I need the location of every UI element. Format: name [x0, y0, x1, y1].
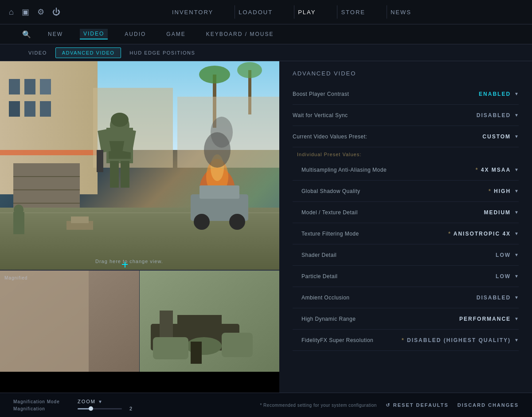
tab-audio[interactable]: AUDIO	[121, 29, 149, 39]
tf-star: *	[448, 231, 454, 237]
svg-text:Drag here to change view.: Drag here to change view.	[95, 259, 163, 264]
setting-ambient-occlusion: Ambient Occlusion DISABLED ▼	[293, 287, 519, 308]
svg-rect-47	[0, 271, 89, 372]
msaa-dropdown[interactable]: * 4X MSAA ▼	[476, 167, 519, 173]
nav-news[interactable]: NEWS	[387, 5, 415, 19]
discard-changes-button[interactable]: DISCARD CHANGES	[458, 402, 519, 408]
texture-filtering-dropdown[interactable]: * ANISOTROPIC 4X ▼	[448, 231, 519, 237]
mag-label: Magnification	[13, 406, 71, 411]
svg-rect-10	[24, 101, 35, 117]
svg-rect-27	[200, 185, 239, 199]
tab-keyboard-mouse[interactable]: KEYBOARD / MOUSE	[203, 29, 278, 39]
shadow-quality-label: Global Shadow Quality	[301, 188, 360, 194]
reset-defaults-button[interactable]: ↺ RESET DEFAULTS	[386, 402, 449, 408]
svg-point-29	[229, 214, 245, 230]
subtab-hud-edge[interactable]: HUD EDGE POSITIONS	[123, 48, 201, 58]
nav-inventory[interactable]: INVENTORY	[168, 5, 217, 19]
particle-detail-arrow: ▼	[514, 274, 519, 279]
shader-detail-dropdown[interactable]: LOW ▼	[496, 252, 519, 258]
monitor-icon[interactable]: ▣	[22, 7, 29, 17]
ambient-occlusion-dropdown[interactable]: DISABLED ▼	[477, 295, 519, 301]
nav-play[interactable]: PLAY	[294, 5, 319, 19]
particle-detail-label: Particle Detail	[301, 273, 338, 279]
setting-shader-detail: Shader Detail LOW ▼	[293, 244, 519, 266]
subtab-video[interactable]: VIDEO	[22, 48, 53, 58]
mag-mode-value: ZOOM	[78, 399, 96, 404]
mag-mode-select[interactable]: ZOOM ▼	[78, 399, 102, 404]
svg-rect-11	[40, 101, 51, 117]
svg-rect-57	[222, 333, 253, 357]
fsr-dropdown[interactable]: * DISABLED (HIGHEST QUALITY) ▼	[402, 337, 519, 343]
video-preset-label: Current Video Values Preset:	[293, 134, 367, 140]
setting-vsync: Wait for Vertical Sync DISABLED ▼	[293, 105, 519, 126]
texture-detail-value: MEDIUM	[484, 209, 511, 216]
video-preset-dropdown[interactable]: CUSTOM ▼	[482, 134, 519, 140]
magnification-section: Magnification Mode ZOOM ▼ Magnification …	[13, 399, 135, 411]
shadow-quality-dropdown[interactable]: * HIGH ▼	[489, 188, 519, 194]
tab-game[interactable]: GAME	[163, 29, 189, 39]
mag-slider-container: 2	[78, 406, 135, 411]
video-preset-value: CUSTOM	[482, 134, 511, 140]
svg-rect-38	[13, 212, 24, 234]
svg-rect-37	[121, 161, 129, 188]
main-content: Drag here to change view.	[0, 61, 532, 393]
nav-loadout[interactable]: LOADOUT	[235, 5, 276, 19]
mag-slider-track[interactable]	[78, 408, 122, 409]
preset-values-label: Individual Preset Values:	[293, 147, 519, 159]
section-title: Advanced Video	[293, 70, 519, 77]
svg-point-39	[14, 205, 23, 215]
texture-detail-dropdown[interactable]: MEDIUM ▼	[484, 209, 519, 216]
top-navigation: ⌂ ▣ ⚙ ⏻ INVENTORY LOADOUT PLAY STORE NEW…	[0, 0, 532, 24]
subtab-advanced-video[interactable]: ADVANCED VIDEO	[55, 47, 121, 58]
setting-texture-detail: Model / Texture Detail MEDIUM ▼	[293, 202, 519, 223]
boost-contrast-arrow: ▼	[514, 91, 519, 96]
svg-rect-40	[97, 150, 103, 172]
shader-detail-arrow: ▼	[514, 252, 519, 257]
fsr-label: FidelityFX Super Resolution	[301, 337, 373, 343]
power-icon[interactable]: ⏻	[52, 8, 60, 17]
svg-rect-36	[110, 161, 119, 188]
setting-hdr: High Dynamic Range PERFORMANCE ▼	[293, 308, 519, 330]
tab-new[interactable]: NEW	[44, 29, 66, 39]
shadow-quality-value: * HIGH	[489, 188, 511, 194]
hdr-arrow: ▼	[514, 316, 519, 321]
texture-detail-label: Model / Texture Detail	[301, 209, 358, 216]
setting-msaa: Multisampling Anti-Aliasing Mode * 4X MS…	[293, 159, 519, 181]
boost-contrast-value: ENABLED	[479, 91, 511, 97]
bottom-bar: Magnification Mode ZOOM ▼ Magnification …	[0, 393, 532, 417]
tab-video[interactable]: VIDEO	[80, 29, 108, 39]
nav-store[interactable]: STORE	[337, 5, 369, 19]
svg-rect-6	[9, 79, 20, 94]
particle-detail-dropdown[interactable]: LOW ▼	[496, 273, 519, 279]
particle-detail-value: LOW	[496, 273, 511, 279]
mag-slider-thumb[interactable]	[89, 406, 93, 411]
svg-text:Magnified: Magnified	[4, 275, 27, 280]
search-icon[interactable]: 🔍	[22, 30, 31, 39]
svg-rect-7	[24, 79, 35, 94]
bottom-right: * Recommended setting for your system co…	[260, 402, 519, 408]
shadow-quality-arrow: ▼	[514, 189, 519, 193]
preview-bottom[interactable]: Magnified	[0, 270, 279, 372]
msaa-label: Multisampling Anti-Aliasing Mode	[301, 167, 387, 173]
mag-slider-value: 2	[126, 406, 135, 411]
setting-texture-filtering: Texture Filtering Mode * ANISOTROPIC 4X …	[293, 223, 519, 244]
mag-mode-row: Magnification Mode ZOOM ▼	[13, 399, 135, 404]
svg-point-28	[194, 214, 210, 230]
fsr-value: * DISABLED (HIGHEST QUALITY)	[402, 337, 511, 343]
preview-top[interactable]: Drag here to change view.	[0, 61, 279, 270]
settings-panel: Advanced Video Boost Player Contrast ENA…	[279, 61, 532, 393]
recommended-text: * Recommended setting for your system co…	[260, 403, 376, 408]
video-preset-arrow: ▼	[514, 134, 519, 139]
texture-detail-arrow: ▼	[514, 210, 519, 215]
hdr-dropdown[interactable]: PERFORMANCE ▼	[459, 316, 519, 322]
setting-fsr: FidelityFX Super Resolution * DISABLED (…	[293, 330, 519, 351]
home-icon[interactable]: ⌂	[9, 8, 14, 17]
svg-rect-56	[153, 337, 188, 359]
fsr-star: *	[402, 337, 407, 343]
main-nav-links: INVENTORY LOADOUT PLAY STORE NEWS	[60, 5, 523, 19]
texture-filtering-arrow: ▼	[514, 231, 519, 236]
boost-contrast-dropdown[interactable]: ENABLED ▼	[479, 91, 519, 97]
vsync-dropdown[interactable]: DISABLED ▼	[477, 112, 519, 118]
gear-icon[interactable]: ⚙	[37, 7, 44, 17]
msaa-arrow: ▼	[514, 167, 519, 172]
